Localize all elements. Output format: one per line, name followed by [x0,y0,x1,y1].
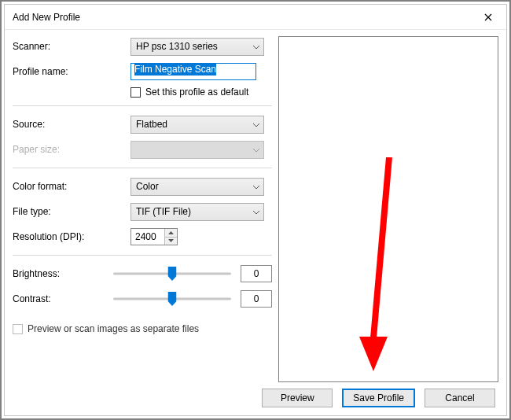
scanner-select[interactable]: HP psc 1310 series [131,38,264,56]
color-format-value: Color [136,181,159,192]
profile-name-label: Profile name: [13,66,131,77]
close-icon [484,13,492,21]
color-format-select[interactable]: Color [131,178,264,196]
contrast-slider[interactable] [113,290,231,308]
resolution-value: 2400 [131,229,164,245]
scanner-value: HP psc 1310 series [136,41,218,52]
contrast-value: 0 [241,290,272,308]
brightness-slider[interactable] [113,265,231,282]
source-select[interactable]: Flatbed [131,116,264,134]
preview-button[interactable]: Preview [262,389,333,407]
close-button[interactable] [470,5,506,30]
paper-size-label: Paper size: [13,144,131,155]
paper-size-select [131,141,264,159]
chevron-down-icon [253,144,259,155]
brightness-label: Brightness: [13,268,113,279]
divider [13,255,272,256]
profile-name-value: Film Negative Scan [134,63,216,76]
file-type-select[interactable]: TIF (TIF File) [131,203,264,221]
separate-files-label: Preview or scan images as separate files [28,323,199,334]
cancel-button[interactable]: Cancel [425,389,495,407]
divider [13,105,272,106]
chevron-down-icon [253,41,259,52]
brightness-value: 0 [241,265,272,282]
source-value: Flatbed [136,119,167,130]
file-type-value: TIF (TIF File) [136,206,191,217]
chevron-down-icon [253,181,259,192]
window-title: Add New Profile [13,12,80,23]
divider [13,168,272,168]
separate-files-checkbox[interactable] [13,324,23,334]
save-profile-button[interactable]: Save Profile [342,389,415,407]
set-default-label: Set this profile as default [145,87,248,98]
chevron-down-icon [253,206,259,217]
scanner-label: Scanner: [13,41,131,52]
preview-pane [278,36,498,382]
source-label: Source: [13,119,131,130]
spinner-up-icon[interactable] [165,229,177,238]
contrast-label: Contrast: [13,293,113,304]
button-row: Preview Save Profile Cancel [13,382,498,407]
slider-thumb-icon [168,267,177,281]
set-default-checkbox[interactable] [131,87,141,98]
color-format-label: Color format: [13,181,131,192]
resolution-label: Resolution (DPI): [13,231,131,242]
form-column: Scanner: HP psc 1310 series Profile name… [13,36,272,382]
spinner-down-icon[interactable] [165,238,177,245]
titlebar: Add New Profile [5,5,506,30]
add-profile-dialog: Add New Profile Scanner: HP psc 1310 ser… [4,4,507,416]
resolution-spinner[interactable]: 2400 [131,228,178,245]
profile-name-input[interactable]: Film Negative Scan [131,63,256,80]
slider-thumb-icon [168,292,177,306]
file-type-label: File type: [13,206,131,217]
chevron-down-icon [253,119,259,130]
